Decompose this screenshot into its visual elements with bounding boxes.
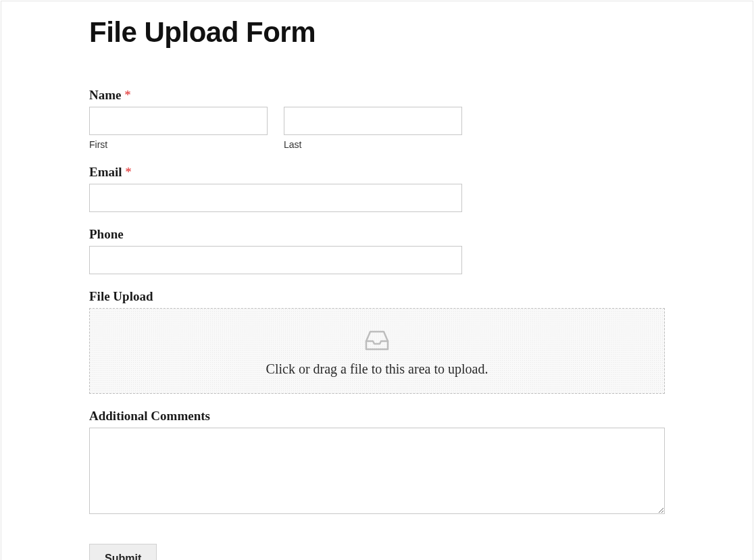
required-marker: *	[125, 165, 132, 179]
page-title: File Upload Form	[89, 16, 665, 49]
page-container: File Upload Form Name * First Last E	[1, 1, 753, 560]
email-input[interactable]	[89, 184, 462, 212]
name-field: Name * First Last	[89, 88, 665, 150]
name-row: First Last	[89, 107, 462, 150]
name-label: Name *	[89, 88, 665, 103]
phone-label: Phone	[89, 227, 665, 242]
last-name-sublabel: Last	[284, 139, 462, 150]
required-marker: *	[124, 88, 131, 102]
email-field: Email *	[89, 165, 665, 212]
first-name-col: First	[89, 107, 268, 150]
phone-input[interactable]	[89, 246, 462, 274]
email-label-text: Email	[89, 165, 122, 179]
email-label: Email *	[89, 165, 665, 180]
first-name-sublabel: First	[89, 139, 268, 150]
first-name-input[interactable]	[89, 107, 268, 135]
file-upload-field: File Upload Click or drag a file to this…	[89, 289, 665, 394]
file-dropzone[interactable]: Click or drag a file to this area to upl…	[89, 308, 665, 394]
comments-field: Additional Comments	[89, 409, 665, 517]
phone-field: Phone	[89, 227, 665, 274]
last-name-col: Last	[284, 107, 462, 150]
comments-label: Additional Comments	[89, 409, 665, 424]
form-content: File Upload Form Name * First Last E	[1, 1, 753, 560]
dropzone-text: Click or drag a file to this area to upl…	[101, 361, 653, 377]
inbox-icon	[363, 328, 391, 355]
last-name-input[interactable]	[284, 107, 462, 135]
name-label-text: Name	[89, 88, 121, 102]
submit-button[interactable]: Submit	[89, 544, 157, 560]
file-upload-label: File Upload	[89, 289, 665, 304]
comments-textarea[interactable]	[89, 428, 665, 514]
